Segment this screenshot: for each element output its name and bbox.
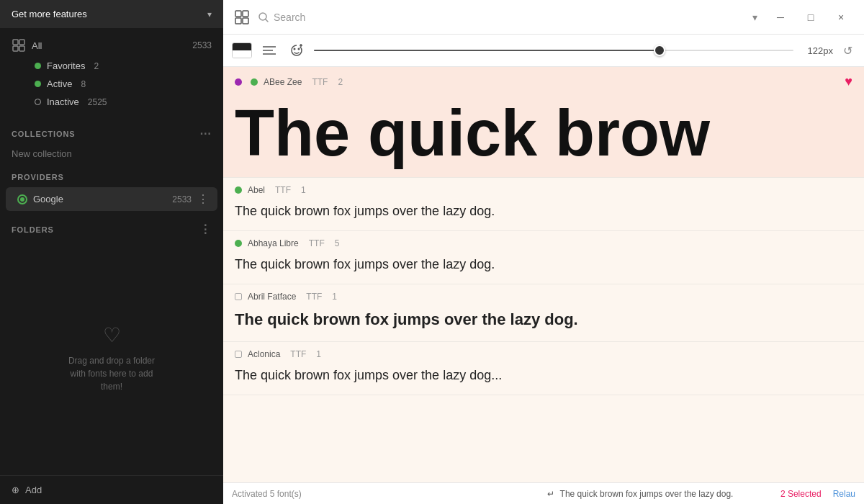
svg-point-13 (294, 48, 296, 50)
inactive-dot (35, 99, 41, 105)
favorite-icon[interactable]: ♥ (845, 74, 852, 89)
banner-label: Get more features (12, 9, 87, 19)
new-collection-button[interactable]: New collection (0, 145, 223, 163)
font-list: ABee Zee TTF 2 ♥ The quick brow Abel TTF… (223, 67, 864, 482)
nav-active[interactable]: Active 8 (0, 75, 223, 93)
collections-more-icon[interactable]: ⋯ (199, 127, 212, 140)
nav-all-count: 2533 (192, 40, 212, 50)
provider-radio-inner (20, 197, 24, 202)
font-name: Abril Fatface (248, 292, 296, 302)
svg-rect-2 (13, 46, 18, 51)
add-label: Add (25, 485, 42, 495)
selected-badge: 2 Selected (780, 489, 822, 499)
font-item-abeezee: ABee Zee TTF 2 ♥ The quick brow (223, 67, 864, 178)
status-activated: Activated 5 font(s) (232, 489, 500, 499)
svg-rect-7 (243, 18, 248, 24)
nav-inactive[interactable]: Inactive 2525 (0, 93, 223, 111)
folders-title: FOLDERS (12, 225, 54, 234)
nav-favorites-label: Favorites (47, 60, 85, 71)
provider-name: Google (33, 194, 166, 204)
providers-title: PROVIDERS (12, 173, 64, 181)
svg-line-9 (266, 19, 269, 22)
color-swatch[interactable] (232, 42, 252, 58)
provider-count: 2533 (172, 194, 192, 204)
provider-dots-icon[interactable]: ⋮ (197, 192, 209, 206)
sidebar-nav: All 2533 Favorites 2 Active 8 Inactive 2… (0, 28, 223, 117)
nav-inactive-label: Inactive (47, 96, 79, 107)
new-collection-label: New collection (12, 148, 72, 159)
font-preview: The quick brown fox jumps over the lazy … (223, 253, 864, 284)
provider-radio (17, 194, 27, 204)
font-item-header: Abel TTF 1 (223, 178, 864, 199)
status-preview-label: The quick brown fox jumps over the lazy … (560, 489, 734, 499)
provider-google[interactable]: Google 2533 ⋮ (6, 187, 217, 211)
font-name: Aclonica (248, 349, 280, 359)
nav-favorites-count: 2 (94, 61, 99, 71)
characters-button[interactable] (287, 40, 307, 60)
get-more-features-banner[interactable]: Get more features ▾ (0, 0, 223, 28)
folders-empty-text: Drag and drop a folderwith fonts here to… (68, 354, 155, 393)
font-count: 5 (335, 238, 340, 248)
maximize-button[interactable]: □ (796, 6, 825, 29)
font-count: 1 (316, 349, 321, 359)
add-icon: ⊕ (12, 485, 19, 495)
slider-fill (314, 50, 660, 51)
nav-all[interactable]: All 2533 (0, 34, 223, 57)
font-preview: The quick brown fox jumps over the lazy … (223, 364, 864, 395)
search-dropdown-button[interactable]: ▾ (750, 9, 760, 26)
nav-favorites[interactable]: Favorites 2 (0, 57, 223, 75)
align-icon (263, 45, 276, 55)
collections-title: COLLECTIONS (12, 130, 76, 138)
folders-more-icon[interactable]: ⋮ (199, 222, 212, 236)
font-item-header: ABee Zee TTF 2 ♥ (223, 67, 864, 94)
window-controls: ─ □ × (766, 6, 855, 29)
nav-active-count: 8 (81, 79, 86, 89)
svg-rect-1 (19, 40, 24, 45)
font-toolbar: 122px ↺ (223, 35, 864, 67)
font-dot-green (251, 78, 258, 86)
add-folder-button[interactable]: ⊕ Add (0, 475, 223, 504)
font-item-header: Abhaya Libre TTF 5 (223, 231, 864, 253)
nav-active-label: Active (47, 78, 72, 89)
font-item-header: Aclonica TTF 1 (223, 342, 864, 364)
search-input[interactable] (274, 12, 744, 23)
font-item-abel: Abel TTF 1 The quick brown fox jumps ove… (223, 178, 864, 231)
all-icon (12, 38, 26, 53)
font-preview-large: The quick brow (223, 94, 864, 177)
font-item-header: Abril Fatface TTF 1 (223, 284, 864, 306)
svg-rect-0 (13, 40, 18, 45)
font-preview: The quick brown fox jumps over the lazy … (223, 306, 864, 341)
font-dot-green (235, 186, 242, 194)
font-dot-empty (235, 351, 242, 358)
font-name: Abhaya Libre (248, 238, 299, 248)
font-count: 1 (301, 185, 306, 195)
svg-rect-3 (19, 46, 24, 51)
font-size-display: 122px (801, 45, 833, 56)
reset-button[interactable]: ↺ (840, 41, 855, 60)
toolbar: ▾ ─ □ × (223, 0, 864, 35)
active-dot (35, 81, 41, 87)
font-size-slider[interactable] (314, 50, 793, 51)
layout-icon[interactable] (232, 7, 252, 27)
folders-drop-zone: ♡ Drag and drop a folderwith fonts here … (0, 240, 223, 475)
collections-header: COLLECTIONS ⋯ (0, 117, 223, 145)
font-dot-empty (235, 293, 242, 300)
text-align-button[interactable] (259, 40, 279, 60)
font-format: TTF (309, 238, 325, 248)
return-icon: ↵ (547, 489, 554, 499)
minimize-button[interactable]: ─ (766, 6, 795, 29)
svg-rect-6 (235, 18, 241, 24)
font-dot-purple (235, 78, 242, 86)
status-preview-text: ↵ The quick brown fox jumps over the laz… (506, 489, 775, 499)
slider-thumb[interactable] (654, 45, 665, 56)
slider-track (314, 50, 793, 51)
font-name: Abel (248, 185, 265, 195)
font-format: TTF (290, 349, 306, 359)
status-bar: Activated 5 font(s) ↵ The quick brown fo… (223, 482, 864, 504)
close-button[interactable]: × (827, 6, 855, 29)
providers-header: PROVIDERS (0, 163, 223, 186)
swatch-dark (233, 43, 251, 50)
folders-header: FOLDERS ⋮ (0, 212, 223, 240)
reload-button[interactable]: Relau (833, 489, 855, 499)
search-bar (258, 12, 744, 23)
